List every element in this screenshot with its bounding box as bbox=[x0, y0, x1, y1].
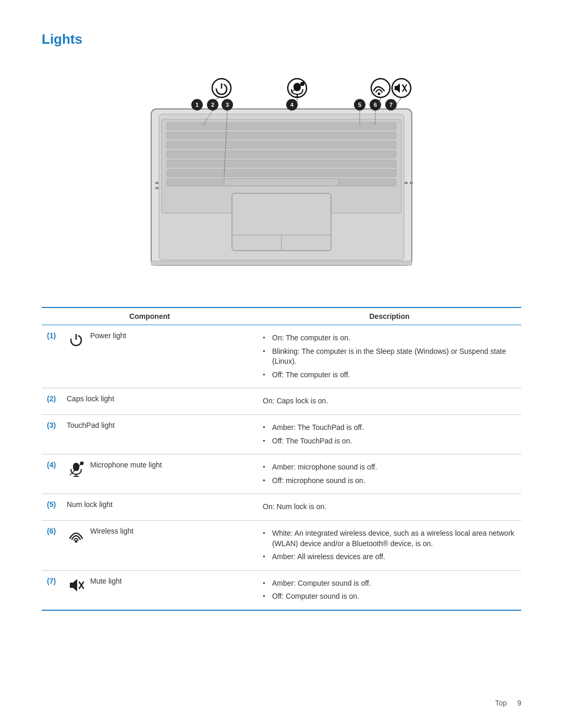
description-cell: On: Caps lock is on. bbox=[258, 388, 521, 415]
description-item: On: The computer is on. bbox=[263, 331, 516, 345]
power-icon bbox=[67, 331, 85, 350]
description-cell: Amber: microphone sound is off. Off: mic… bbox=[258, 454, 521, 494]
description-list: On: The computer is on. Blinking: The co… bbox=[263, 331, 516, 381]
table-row: (2) Caps lock light On: Caps lock is on. bbox=[42, 388, 521, 415]
table-header-row: Component Description bbox=[42, 307, 521, 325]
description-item: Amber: microphone sound is off. bbox=[263, 461, 516, 474]
component-number: (2) bbox=[47, 394, 62, 403]
svg-marker-64 bbox=[70, 579, 77, 591]
component-cell: (2) Caps lock light bbox=[42, 388, 258, 415]
component-cell: (1) Power light bbox=[42, 325, 258, 388]
description-plain: On: Caps lock is on. bbox=[263, 394, 516, 408]
description-cell: White: An integrated wireless device, su… bbox=[258, 520, 521, 570]
svg-rect-6 bbox=[167, 151, 396, 158]
table-row: (5) Num lock light On: Num lock is on. bbox=[42, 494, 521, 521]
svg-line-51 bbox=[396, 97, 401, 105]
component-name: Power light bbox=[90, 331, 126, 340]
svg-text:3: 3 bbox=[226, 102, 229, 108]
component-name: Microphone mute light bbox=[90, 461, 162, 469]
svg-text:4: 4 bbox=[290, 102, 294, 108]
description-item: Off: The computer is off. bbox=[263, 368, 516, 382]
description-plain: On: Num lock is on. bbox=[263, 500, 516, 514]
mute-icon bbox=[67, 577, 85, 596]
component-number: (3) bbox=[47, 421, 62, 429]
component-number: (1) bbox=[47, 331, 62, 340]
description-item: Off: The TouchPad is on. bbox=[263, 435, 516, 448]
component-name: Wireless light bbox=[90, 527, 133, 535]
svg-text:2: 2 bbox=[211, 102, 214, 108]
table-row: (6) Wireless light White: bbox=[42, 520, 521, 570]
svg-point-62 bbox=[80, 462, 83, 465]
description-item: White: An integrated wireless device, su… bbox=[263, 527, 516, 550]
svg-text:1: 1 bbox=[195, 102, 199, 108]
svg-rect-4 bbox=[167, 132, 396, 139]
component-number: (4) bbox=[47, 461, 62, 469]
table-row: (4) bbox=[42, 454, 521, 494]
page-footer: Top 9 bbox=[495, 699, 521, 707]
description-list: Amber: Computer sound is off. Off: Compu… bbox=[263, 577, 516, 603]
svg-rect-17 bbox=[410, 182, 413, 184]
component-name: Mute light bbox=[90, 577, 122, 585]
description-cell: On: Num lock is on. bbox=[258, 494, 521, 521]
description-item: Amber: All wireless devices are off. bbox=[263, 550, 516, 564]
description-list: White: An integrated wireless device, su… bbox=[263, 527, 516, 564]
svg-rect-16 bbox=[405, 182, 408, 184]
description-item: Off: microphone sound is on. bbox=[263, 474, 516, 488]
svg-text:5: 5 bbox=[358, 102, 361, 108]
svg-rect-14 bbox=[155, 182, 158, 184]
description-item: Off: Computer sound is on. bbox=[263, 590, 516, 603]
component-name: Caps lock light bbox=[67, 394, 114, 403]
description-item: Amber: Computer sound is off. bbox=[263, 577, 516, 590]
table-row: (3) TouchPad light Amber: The TouchPad i… bbox=[42, 414, 521, 454]
page-number: 9 bbox=[517, 699, 521, 707]
page-title: Lights bbox=[42, 31, 521, 47]
component-name: TouchPad light bbox=[67, 421, 115, 429]
component-name: Num lock light bbox=[67, 500, 113, 509]
description-cell: On: The computer is on. Blinking: The co… bbox=[258, 325, 521, 388]
description-list: Amber: microphone sound is off. Off: mic… bbox=[263, 461, 516, 487]
component-cell: (3) TouchPad light bbox=[42, 414, 258, 454]
laptop-diagram: 1 2 3 4 5 6 7 bbox=[120, 72, 443, 281]
description-cell: Amber: The TouchPad is off. Off: The Tou… bbox=[258, 414, 521, 454]
component-number: (5) bbox=[47, 500, 62, 509]
laptop-diagram-container: 1 2 3 4 5 6 7 bbox=[42, 62, 521, 291]
svg-rect-7 bbox=[167, 160, 396, 167]
svg-rect-15 bbox=[155, 187, 158, 189]
svg-text:6: 6 bbox=[374, 102, 377, 108]
description-item: Amber: The TouchPad is off. bbox=[263, 421, 516, 435]
footer-label: Top bbox=[495, 699, 507, 707]
component-cell: (5) Num lock light bbox=[42, 494, 258, 521]
svg-rect-5 bbox=[167, 141, 396, 149]
component-cell: (7) Mute light bbox=[42, 570, 258, 610]
description-cell: Amber: Computer sound is off. Off: Compu… bbox=[258, 570, 521, 610]
svg-rect-10 bbox=[224, 179, 339, 186]
component-table: Component Description (1) Power light bbox=[42, 307, 521, 611]
svg-point-63 bbox=[75, 540, 77, 542]
component-cell: (4) bbox=[42, 454, 258, 494]
description-list: Amber: The TouchPad is off. Off: The Tou… bbox=[263, 421, 516, 448]
component-number: (6) bbox=[47, 527, 62, 535]
svg-point-27 bbox=[300, 82, 304, 86]
wireless-icon bbox=[67, 527, 85, 546]
svg-rect-3 bbox=[167, 122, 396, 130]
table-row: (1) Power light On: The computer is on. … bbox=[42, 325, 521, 388]
component-cell: (6) Wireless light bbox=[42, 520, 258, 570]
svg-text:7: 7 bbox=[389, 102, 393, 108]
microphone-icon bbox=[67, 461, 85, 479]
description-header: Description bbox=[258, 307, 521, 325]
description-item: Blinking: The computer is in the Sleep s… bbox=[263, 345, 516, 368]
svg-rect-8 bbox=[167, 169, 396, 177]
component-header: Component bbox=[42, 307, 258, 325]
component-number: (7) bbox=[47, 577, 62, 585]
table-row: (7) Mute light Amber: Com bbox=[42, 570, 521, 610]
svg-point-29 bbox=[378, 93, 381, 95]
svg-rect-18 bbox=[151, 261, 412, 265]
